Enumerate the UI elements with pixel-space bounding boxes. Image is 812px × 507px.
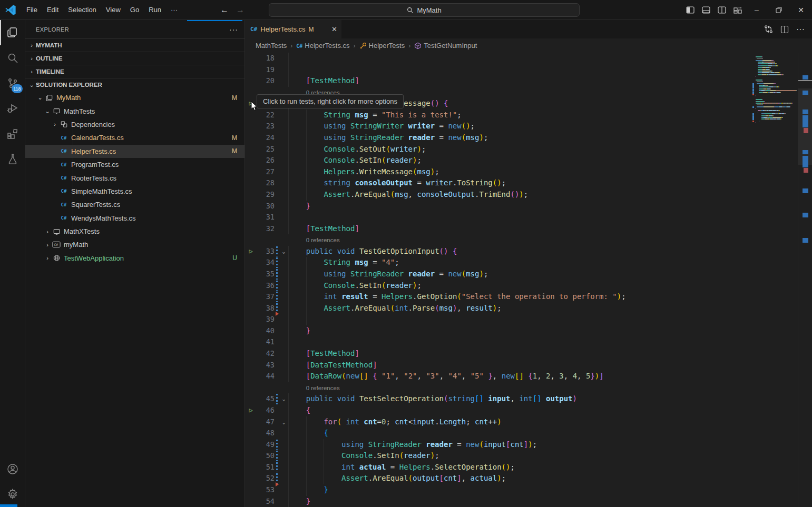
code-line: ▷33⌄public void TestGetOptionInput() { bbox=[245, 246, 812, 257]
restore-icon[interactable] bbox=[768, 1, 790, 20]
code-line: 47⌄for( int cnt=0; cnt<input.Length; cnt… bbox=[245, 416, 812, 428]
panel-bottom-icon[interactable] bbox=[698, 3, 714, 17]
tree-item-label: TestWebApplication bbox=[64, 254, 124, 262]
section-mymath[interactable]: ›MYMATH bbox=[25, 38, 244, 52]
code-line: 39 bbox=[245, 314, 812, 325]
line-content: String msg = "4"; bbox=[288, 257, 399, 269]
code-line: 50Console.SetIn(reader); bbox=[245, 450, 812, 462]
scrollbar[interactable] bbox=[798, 53, 812, 507]
gutter-modified-indicator bbox=[275, 110, 279, 121]
account-icon[interactable] bbox=[0, 456, 25, 482]
breadcrumb-helpertests.cs[interactable]: C#HelperTests.cs bbox=[296, 42, 349, 49]
breadcrumb: MathTests›C#HelperTests.cs›HelperTests›T… bbox=[245, 38, 812, 53]
code-line: 25Console.SetOut(writer); bbox=[245, 144, 812, 155]
gutter-modified-indicator bbox=[275, 496, 279, 507]
tree-item-helpertests.cs[interactable]: C#HelperTests.csM bbox=[25, 145, 244, 158]
code-editor[interactable]: 181920[TestMethod]0 references▷21public … bbox=[245, 53, 812, 507]
menu-file[interactable]: File bbox=[22, 4, 42, 16]
extensions-icon[interactable] bbox=[0, 121, 25, 146]
line-content: int actual = Helpers.SelectOperation(); bbox=[288, 462, 515, 473]
minimap-line bbox=[752, 121, 798, 122]
panel-left-icon[interactable] bbox=[682, 3, 698, 17]
codelens-row: 0 references bbox=[245, 234, 812, 246]
tab-helpertests[interactable]: C# HelperTests.cs M ✕ bbox=[245, 20, 341, 38]
tree-item-testwebapplication[interactable]: ›TestWebApplicationU bbox=[25, 252, 244, 265]
mouse-cursor-icon bbox=[250, 101, 258, 112]
tree-item-wendysmathtests.cs[interactable]: C#WendysMathTests.cs bbox=[25, 212, 244, 225]
chevron-icon: › bbox=[27, 42, 36, 48]
code-line: 54} bbox=[245, 496, 812, 507]
tree-item-squarertests.cs[interactable]: C#SquarerTests.cs bbox=[25, 198, 244, 211]
tree-item-dependencies[interactable]: ›Dependencies bbox=[25, 118, 244, 131]
breadcrumb-testgetnuminput[interactable]: TestGetNumInput bbox=[414, 42, 477, 49]
minimap-line bbox=[752, 85, 798, 86]
testing-icon[interactable] bbox=[0, 146, 25, 172]
breadcrumb-helpertests[interactable]: HelperTests bbox=[359, 42, 405, 49]
tree-item-rootertests.cs[interactable]: C#RooterTests.cs bbox=[25, 171, 244, 184]
line-content: String msg = "This is a test!"; bbox=[288, 110, 462, 121]
tree-item-mymath[interactable]: ⌄MyMathM bbox=[25, 91, 244, 104]
run-debug-icon[interactable] bbox=[0, 96, 25, 121]
tree-item-mathxtests[interactable]: ›MathXTests bbox=[25, 225, 244, 238]
codelens-references[interactable]: 0 references bbox=[306, 234, 340, 246]
gutter-modified-indicator bbox=[275, 144, 279, 155]
fold-chevron-icon[interactable]: ⌄ bbox=[279, 393, 288, 405]
gutter-modified-indicator bbox=[275, 450, 279, 462]
split-editor-icon[interactable] bbox=[780, 25, 789, 34]
settings-gear-icon[interactable] bbox=[0, 482, 25, 507]
tree-item-mymath[interactable]: ›C#myMath bbox=[25, 238, 244, 251]
line-number: 22 bbox=[257, 110, 275, 121]
minimap-line bbox=[752, 72, 798, 73]
close-icon[interactable]: ✕ bbox=[790, 1, 812, 20]
fold-chevron-icon bbox=[279, 348, 288, 360]
open-changes-icon[interactable] bbox=[764, 25, 773, 34]
vscode-logo-icon bbox=[5, 4, 17, 16]
search-icon[interactable] bbox=[0, 45, 25, 71]
fold-chevron-icon bbox=[279, 428, 288, 439]
breadcrumb-mathtests[interactable]: MathTests bbox=[256, 42, 287, 49]
menu-view[interactable]: View bbox=[101, 4, 125, 16]
codelens-references[interactable]: 0 references bbox=[306, 382, 340, 394]
explorer-more-icon[interactable]: ··· bbox=[229, 25, 238, 34]
more-actions-icon[interactable]: ··· bbox=[796, 25, 805, 34]
tree-item-calendartests.cs[interactable]: C#CalendarTests.csM bbox=[25, 131, 244, 144]
tab-close-icon[interactable]: ✕ bbox=[331, 25, 337, 33]
fold-chevron-icon[interactable]: ⌄ bbox=[279, 246, 288, 257]
explorer-icon[interactable] bbox=[0, 20, 25, 45]
line-content: Assert.AreEqual(int.Parse(msg), result); bbox=[288, 303, 502, 314]
menu-···[interactable]: ··· bbox=[166, 4, 182, 16]
minimize-icon[interactable]: – bbox=[746, 1, 768, 20]
run-test-icon[interactable]: ▷ bbox=[245, 246, 257, 257]
editor-group: C# HelperTests.cs M ✕ ··· MathTests›C#He… bbox=[245, 20, 812, 507]
command-center-search[interactable]: MyMath bbox=[269, 3, 580, 17]
tree-item-simplemathtests.cs[interactable]: C#SimpleMathTests.cs bbox=[25, 185, 244, 198]
glyph-margin bbox=[245, 393, 257, 405]
forward-arrow-icon[interactable]: → bbox=[236, 5, 244, 15]
csharp-icon: C# bbox=[59, 187, 69, 195]
back-arrow-icon[interactable]: ← bbox=[220, 5, 229, 15]
section-outline[interactable]: ›OUTLINE bbox=[25, 52, 244, 65]
menu-edit[interactable]: Edit bbox=[42, 4, 63, 16]
menu-run[interactable]: Run bbox=[144, 4, 166, 16]
menu-go[interactable]: Go bbox=[125, 4, 144, 16]
tree-item-programtest.cs[interactable]: C#ProgramTest.cs bbox=[25, 158, 244, 171]
panel-right-icon[interactable] bbox=[714, 3, 730, 17]
gutter-modified-indicator bbox=[275, 393, 279, 405]
chevron-icon: ⌄ bbox=[36, 94, 44, 101]
layout-icon[interactable] bbox=[730, 3, 746, 17]
minimap[interactable] bbox=[752, 53, 798, 507]
minimap-line bbox=[752, 95, 798, 96]
code-line: 37int result = Helpers.GetOption("Select… bbox=[245, 291, 812, 303]
source-control-icon[interactable]: 118 bbox=[0, 71, 25, 96]
minimap-line bbox=[752, 92, 798, 93]
line-content: Console.SetIn(reader); bbox=[288, 280, 422, 292]
run-test-icon[interactable]: ▷ bbox=[245, 405, 257, 416]
section-solution-explorer[interactable]: ⌄SOLUTION EXPLORER bbox=[25, 78, 244, 91]
menu-selection[interactable]: Selection bbox=[63, 4, 101, 16]
section-timeline[interactable]: ›TIMELINE bbox=[25, 65, 244, 78]
fold-chevron-icon[interactable]: ⌄ bbox=[279, 416, 288, 428]
search-icon bbox=[407, 7, 414, 14]
tree-item-mathtests[interactable]: ⌄MathTests bbox=[25, 104, 244, 117]
minimap-line bbox=[752, 53, 798, 54]
glyph-margin bbox=[245, 473, 257, 484]
